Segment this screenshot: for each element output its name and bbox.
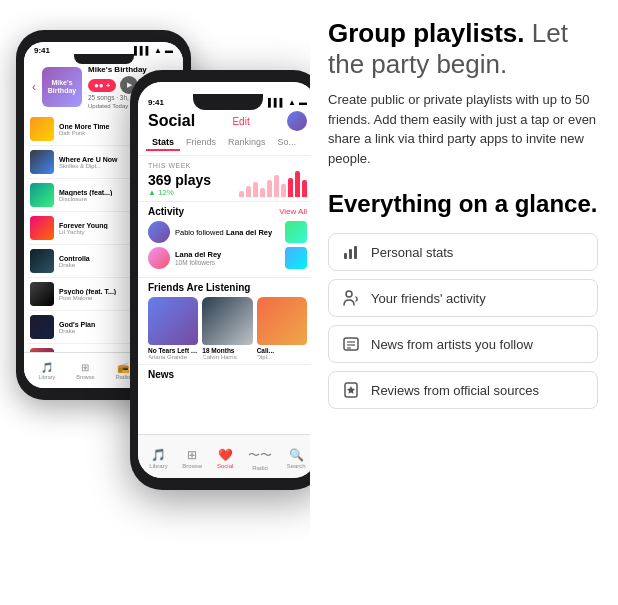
phone-front-screen: 9:41 ▌▌▌ ▲ ▬ Social Edit Stats Frie [138,82,310,478]
plays-number: 369 plays [148,172,211,188]
wifi-front-icon: ▲ [288,98,296,107]
view-all-button[interactable]: View All [279,207,307,216]
status-icons-front: ▌▌▌ ▲ ▬ [268,98,307,107]
activity-item-lana: Lana del Rey 10M followers [148,247,307,269]
activity-pablo-text: Pablo followed Lana del Rey [175,228,280,237]
song-art [30,216,54,240]
tab-browse-back[interactable]: ⊞ Browse [76,362,94,380]
group-playlists-section: Group playlists. Let the party begin. Cr… [328,18,598,190]
plus-icon: + [106,81,111,90]
tab-friends[interactable]: Friends [180,135,222,151]
library-front-icon: 🎵 [151,448,166,462]
signal-icon: ▌▌▌ [134,46,151,55]
notch-front [193,94,263,110]
newspaper-icon [341,334,361,354]
time-back: 9:41 [34,46,50,55]
calvin-title: 18 Months [202,347,252,354]
time-front: 9:41 [148,98,164,107]
diplo-title: Cali... [257,347,307,354]
search-front-icon: 🔍 [289,448,304,462]
album-diplo[interactable]: Cali... Dipl... [257,297,307,360]
song-art [30,249,54,273]
tab-browse-label: Browse [76,374,94,380]
tab-rankings[interactable]: Rankings [222,135,272,151]
library-front-label: Library [149,463,167,469]
song-art [30,183,54,207]
notch-back [74,54,134,64]
diplo-artist: Dipl... [257,354,307,360]
percent-badge: ▲ 12% [148,188,211,197]
album-ariana[interactable]: No Tears Left To Cr... Ariana Grande [148,297,198,360]
tab-radio-front[interactable]: 〜〜 Radio [248,443,272,471]
avatar-pablo [148,221,170,243]
tab-library-back[interactable]: 🎵 Library [39,362,56,380]
lana-name: Lana del Rey [175,250,280,259]
social-front-label: Social [217,463,233,469]
tab-browse-front[interactable]: ⊞ Browse [182,444,202,469]
battery-front-icon: ▬ [299,98,307,107]
playlist-card-text: Mike's Birthday [48,79,76,96]
tab-search-front[interactable]: 🔍 Search [287,444,306,469]
friends-activity-label: Your friends' activity [371,291,486,306]
plays-row: 369 plays ▲ 12% [148,169,307,197]
activity-thumb-mike [285,247,307,269]
browse-front-icon: ⊞ [187,448,197,462]
arrow-up-icon: ▲ [148,188,156,197]
play-icon: ▶ [127,81,132,89]
song-art [30,315,54,339]
edit-button[interactable]: Edit [232,116,249,127]
chart-bar [267,180,272,197]
group-playlists-desc: Create public or private playlists with … [328,90,598,168]
song-art [30,282,54,306]
friends-title: Friends Are Listening [148,282,307,293]
activity-lana-text: Lana del Rey 10M followers [175,250,280,266]
person-wave-icon [341,288,361,308]
feature-friends-activity: Your friends' activity [328,279,598,317]
segment-control: Stats Friends Rankings So... [138,131,310,156]
radio-icon: 📻 [117,362,129,373]
chart-bar [246,186,251,197]
chart-bar [239,191,244,198]
search-front-label: Search [287,463,306,469]
chart-bar [260,188,265,197]
pablo-follow-text: Pablo followed Lana del Rey [175,228,280,237]
feature-reviews: Reviews from official sources [328,371,598,409]
friends-section: Friends Are Listening No Tears Left To C… [138,277,310,364]
add-icon: ●● [94,81,104,90]
star-doc-icon [341,380,361,400]
ariana-title: No Tears Left To Cr... [148,347,198,354]
glance-section: Everything on a glance. Personal stats [328,190,598,409]
playlist-card-art: Mike's Birthday [42,67,82,107]
activity-section: Activity View All Pablo followed Lana de… [138,201,310,277]
browse-front-label: Browse [182,463,202,469]
tab-library-front[interactable]: 🎵 Library [149,444,167,469]
tab-social-more[interactable]: So... [272,135,303,151]
group-playlists-bold: Group playlists. [328,18,525,48]
tab-library-label: Library [39,374,56,380]
chart-bar [302,180,307,197]
right-side: Group playlists. Let the party begin. Cr… [310,0,618,605]
tab-stats[interactable]: Stats [146,135,180,151]
tab-social-front[interactable]: ❤️ Social [217,444,233,469]
ariana-artist: Ariana Grande [148,354,198,360]
svg-point-3 [346,291,352,297]
album-calvin[interactable]: 18 Months Calvin Harris [202,297,252,360]
activity-header: Activity View All [148,206,307,217]
signal-front-icon: ▌▌▌ [268,98,285,107]
front-header: Social Edit [138,109,310,131]
wifi-icon: ▲ [154,46,162,55]
add-button[interactable]: ●● + [88,79,116,92]
feature-list: Personal stats Your friends' activity [328,233,598,409]
user-avatar[interactable] [287,111,307,131]
tab-radio-back[interactable]: 📻 Radio [116,362,130,380]
personal-stats-label: Personal stats [371,245,453,260]
calvin-artist: Calvin Harris [202,354,252,360]
phone-front: 9:41 ▌▌▌ ▲ ▬ Social Edit Stats Frie [130,70,310,490]
feature-personal-stats: Personal stats [328,233,598,271]
bar-chart-icon [341,242,361,262]
news-section: News [138,364,310,384]
back-chevron-icon[interactable]: ‹ [32,80,36,94]
group-playlists-heading: Group playlists. Let the party begin. [328,18,598,80]
glance-heading: Everything on a glance. [328,190,598,219]
app-layout: 9:41 ▌▌▌ ▲ ▬ ‹ Mike's Birthday Mike's Bi… [0,0,618,605]
